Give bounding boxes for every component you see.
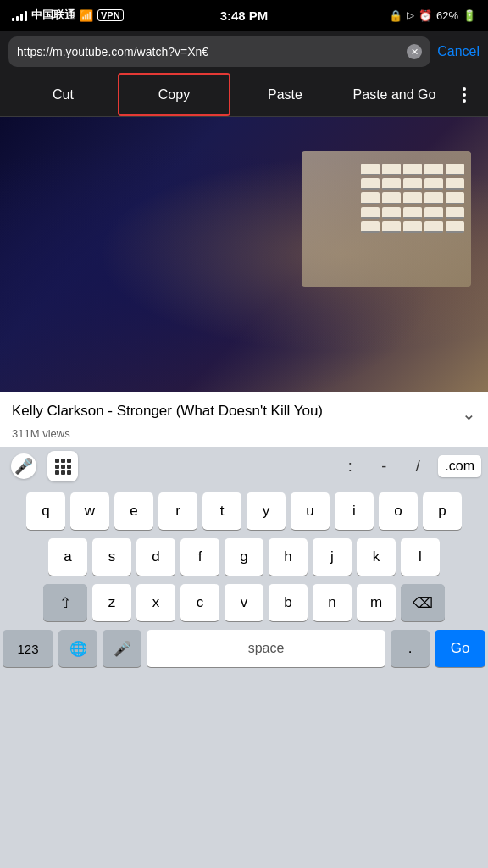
space-key[interactable]: space — [147, 630, 385, 667]
status-left: 中国联通 📶 VPN — [12, 8, 124, 23]
keyboard-row-3: ⇧ z x c v b n m ⌫ — [3, 584, 485, 621]
slash-key[interactable]: / — [404, 458, 431, 476]
colon-key[interactable]: : — [336, 458, 363, 476]
key-t[interactable]: t — [202, 492, 241, 530]
key-a[interactable]: a — [48, 538, 87, 576]
lock-icon: 🔒 — [389, 9, 402, 22]
dash-key[interactable]: - — [370, 458, 397, 476]
keyboard-row-2: a s d f g h j k l — [3, 538, 485, 576]
video-views: 311M views — [12, 427, 476, 440]
key-q[interactable]: q — [26, 492, 65, 530]
key-r[interactable]: r — [158, 492, 197, 530]
key-e[interactable]: e — [114, 492, 153, 530]
mic-key[interactable]: 🎤 — [103, 630, 141, 667]
battery-icon: 🔋 — [463, 9, 476, 22]
key-f[interactable]: f — [180, 538, 219, 576]
copy-button[interactable]: Copy — [118, 73, 230, 116]
key-p[interactable]: p — [423, 492, 462, 530]
cut-button[interactable]: Cut — [8, 73, 118, 116]
key-o[interactable]: o — [379, 492, 418, 530]
context-menu-bar: Cut Copy Paste Paste and Go — [0, 73, 488, 117]
address-text[interactable]: https://m.youtube.com/watch?v=Xn€ — [17, 45, 402, 58]
key-g[interactable]: g — [225, 538, 263, 576]
address-bar-row: https://m.youtube.com/watch?v=Xn€ ✕ Canc… — [0, 31, 488, 73]
video-title-row: Kelly Clarkson - Stronger (What Doesn't … — [12, 402, 476, 424]
key-m[interactable]: m — [357, 584, 396, 621]
alarm-icon: ⏰ — [419, 9, 432, 22]
keyboard-row-1: q w e r t y u i o p — [3, 492, 485, 530]
key-u[interactable]: u — [291, 492, 330, 530]
status-time: 3:48 PM — [220, 8, 269, 23]
status-bar: 中国联通 📶 VPN 3:48 PM 🔒 ▷ ⏰ 62% 🔋 — [0, 0, 488, 31]
globe-key[interactable]: 🌐 — [58, 630, 97, 667]
key-k[interactable]: k — [357, 538, 396, 576]
video-info: Kelly Clarkson - Stronger (What Doesn't … — [0, 392, 488, 447]
key-w[interactable]: w — [70, 492, 109, 530]
grid-scan-button[interactable] — [47, 451, 78, 481]
key-j[interactable]: j — [313, 538, 352, 576]
keyboard-bottom-row: 123 🌐 🎤 space . Go — [3, 630, 485, 667]
key-x[interactable]: x — [136, 584, 175, 621]
key-b[interactable]: b — [269, 584, 308, 621]
key-i[interactable]: i — [335, 492, 374, 530]
video-thumbnail[interactable] — [0, 117, 488, 392]
key-v[interactable]: v — [225, 584, 263, 621]
google-mic-icon: 🎤 — [11, 453, 36, 479]
key-c[interactable]: c — [180, 584, 219, 621]
key-z[interactable]: z — [92, 584, 131, 621]
key-d[interactable]: d — [136, 538, 175, 576]
mic-icon: 🎤 — [14, 457, 33, 476]
chevron-down-icon[interactable]: ⌄ — [462, 403, 476, 424]
dotcom-key[interactable]: .com — [438, 455, 481, 477]
shift-key[interactable]: ⇧ — [43, 584, 87, 621]
three-dots-icon — [463, 87, 466, 103]
grid-icon — [55, 459, 71, 475]
key-y[interactable]: y — [247, 492, 286, 530]
key-l[interactable]: l — [401, 538, 440, 576]
paste-button[interactable]: Paste — [230, 73, 340, 116]
keyboard-toolbar: 🎤 : - / .com — [0, 447, 488, 486]
carrier-label: 中国联通 — [31, 8, 75, 23]
clear-url-button[interactable]: ✕ — [407, 44, 422, 59]
google-voice-button[interactable]: 🎤 — [7, 451, 41, 481]
wifi-icon: 📶 — [80, 9, 93, 22]
status-right: 🔒 ▷ ⏰ 62% 🔋 — [389, 9, 476, 22]
go-button[interactable]: Go — [435, 630, 485, 667]
vpn-badge: VPN — [97, 9, 124, 21]
key-s[interactable]: s — [92, 538, 131, 576]
keyboard: q w e r t y u i o p a s d f g h j k l ⇧ … — [0, 486, 488, 868]
key-h[interactable]: h — [269, 538, 308, 576]
paste-and-go-button[interactable]: Paste and Go — [340, 73, 449, 116]
signal-bars-icon — [12, 9, 27, 21]
battery-label: 62% — [436, 9, 458, 22]
key-n[interactable]: n — [313, 584, 352, 621]
period-key[interactable]: . — [391, 630, 430, 667]
location-icon: ▷ — [407, 9, 414, 21]
more-options-button[interactable] — [449, 87, 480, 103]
backspace-key[interactable]: ⌫ — [401, 584, 445, 621]
cancel-button[interactable]: Cancel — [437, 44, 480, 59]
numbers-key[interactable]: 123 — [3, 630, 53, 667]
address-input-wrap[interactable]: https://m.youtube.com/watch?v=Xn€ ✕ — [8, 36, 430, 67]
video-title: Kelly Clarkson - Stronger (What Doesn't … — [12, 402, 453, 421]
